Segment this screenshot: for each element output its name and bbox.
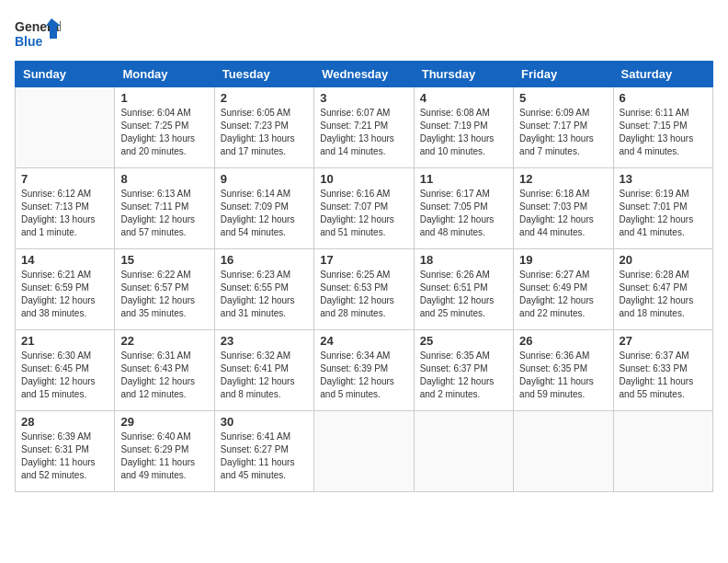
calendar-cell: 16Sunrise: 6:23 AM Sunset: 6:55 PM Dayli… [214,249,313,330]
calendar-cell [613,411,712,492]
calendar-cell: 11Sunrise: 6:17 AM Sunset: 7:05 PM Dayli… [414,168,513,249]
day-info: Sunrise: 6:32 AM Sunset: 6:41 PM Dayligh… [221,350,308,401]
day-info: Sunrise: 6:11 AM Sunset: 7:15 PM Dayligh… [620,107,707,158]
calendar-cell: 15Sunrise: 6:22 AM Sunset: 6:57 PM Dayli… [115,249,214,330]
calendar-cell: 27Sunrise: 6:37 AM Sunset: 6:33 PM Dayli… [613,330,712,411]
calendar-cell: 9Sunrise: 6:14 AM Sunset: 7:09 PM Daylig… [214,168,313,249]
calendar-week-2: 7Sunrise: 6:12 AM Sunset: 7:13 PM Daylig… [16,168,713,249]
day-info: Sunrise: 6:14 AM Sunset: 7:09 PM Dayligh… [221,188,308,239]
day-number: 22 [120,334,208,348]
day-info: Sunrise: 6:25 AM Sunset: 6:53 PM Dayligh… [320,269,407,320]
header-day-tuesday: Tuesday [214,62,313,87]
header-day-saturday: Saturday [613,62,712,87]
day-number: 20 [620,253,707,267]
day-info: Sunrise: 6:13 AM Sunset: 7:11 PM Dayligh… [120,188,208,239]
day-number: 19 [519,253,607,267]
header-day-friday: Friday [514,62,613,87]
day-info: Sunrise: 6:17 AM Sunset: 7:05 PM Dayligh… [420,188,507,239]
day-number: 10 [320,172,407,186]
calendar-cell [314,411,414,492]
day-info: Sunrise: 6:41 AM Sunset: 6:27 PM Dayligh… [221,431,308,482]
calendar-cell: 18Sunrise: 6:26 AM Sunset: 6:51 PM Dayli… [414,249,513,330]
day-number: 12 [519,172,607,186]
calendar-cell: 24Sunrise: 6:34 AM Sunset: 6:39 PM Dayli… [314,330,414,411]
calendar-cell: 29Sunrise: 6:40 AM Sunset: 6:29 PM Dayli… [115,411,214,492]
day-number: 3 [320,91,407,105]
day-number: 13 [620,172,707,186]
calendar-cell: 14Sunrise: 6:21 AM Sunset: 6:59 PM Dayli… [16,249,115,330]
day-info: Sunrise: 6:19 AM Sunset: 7:01 PM Dayligh… [620,188,707,239]
day-number: 2 [221,91,308,105]
calendar-cell: 8Sunrise: 6:13 AM Sunset: 7:11 PM Daylig… [115,168,214,249]
day-number: 16 [221,253,308,267]
day-info: Sunrise: 6:30 AM Sunset: 6:45 PM Dayligh… [21,350,108,401]
day-number: 8 [120,172,208,186]
day-info: Sunrise: 6:07 AM Sunset: 7:21 PM Dayligh… [320,107,407,158]
day-info: Sunrise: 6:31 AM Sunset: 6:43 PM Dayligh… [120,350,208,401]
day-number: 14 [21,253,108,267]
calendar-week-4: 21Sunrise: 6:30 AM Sunset: 6:45 PM Dayli… [16,330,713,411]
calendar-cell: 3Sunrise: 6:07 AM Sunset: 7:21 PM Daylig… [314,87,414,168]
calendar-cell: 12Sunrise: 6:18 AM Sunset: 7:03 PM Dayli… [514,168,613,249]
calendar-week-5: 28Sunrise: 6:39 AM Sunset: 6:31 PM Dayli… [16,411,713,492]
day-info: Sunrise: 6:22 AM Sunset: 6:57 PM Dayligh… [120,269,208,320]
calendar-cell: 20Sunrise: 6:28 AM Sunset: 6:47 PM Dayli… [613,249,712,330]
day-number: 17 [320,253,407,267]
day-info: Sunrise: 6:39 AM Sunset: 6:31 PM Dayligh… [21,431,108,482]
calendar-cell [16,87,115,168]
day-info: Sunrise: 6:18 AM Sunset: 7:03 PM Dayligh… [519,188,607,239]
calendar-cell: 26Sunrise: 6:36 AM Sunset: 6:35 PM Dayli… [514,330,613,411]
day-number: 25 [420,334,507,348]
day-info: Sunrise: 6:21 AM Sunset: 6:59 PM Dayligh… [21,269,108,320]
logo-svg: GeneralBlue [15,15,61,53]
logo: GeneralBlue [15,15,61,53]
calendar-cell: 1Sunrise: 6:04 AM Sunset: 7:25 PM Daylig… [115,87,214,168]
day-info: Sunrise: 6:16 AM Sunset: 7:07 PM Dayligh… [320,188,407,239]
day-info: Sunrise: 6:08 AM Sunset: 7:19 PM Dayligh… [420,107,507,158]
day-number: 28 [21,415,108,429]
day-info: Sunrise: 6:36 AM Sunset: 6:35 PM Dayligh… [519,350,607,401]
calendar-cell: 2Sunrise: 6:05 AM Sunset: 7:23 PM Daylig… [214,87,313,168]
calendar-cell: 22Sunrise: 6:31 AM Sunset: 6:43 PM Dayli… [115,330,214,411]
day-info: Sunrise: 6:28 AM Sunset: 6:47 PM Dayligh… [620,269,707,320]
calendar-cell: 21Sunrise: 6:30 AM Sunset: 6:45 PM Dayli… [16,330,115,411]
day-number: 11 [420,172,507,186]
day-info: Sunrise: 6:09 AM Sunset: 7:17 PM Dayligh… [519,107,607,158]
day-info: Sunrise: 6:37 AM Sunset: 6:33 PM Dayligh… [620,350,707,401]
calendar-cell [514,411,613,492]
day-number: 4 [420,91,507,105]
day-number: 23 [221,334,308,348]
header-day-monday: Monday [115,62,214,87]
calendar-cell: 30Sunrise: 6:41 AM Sunset: 6:27 PM Dayli… [214,411,313,492]
calendar-cell: 28Sunrise: 6:39 AM Sunset: 6:31 PM Dayli… [16,411,115,492]
calendar-cell: 23Sunrise: 6:32 AM Sunset: 6:41 PM Dayli… [214,330,313,411]
day-number: 26 [519,334,607,348]
calendar-cell [414,411,513,492]
day-number: 7 [21,172,108,186]
calendar-cell: 7Sunrise: 6:12 AM Sunset: 7:13 PM Daylig… [16,168,115,249]
day-number: 1 [120,91,208,105]
day-info: Sunrise: 6:04 AM Sunset: 7:25 PM Dayligh… [120,107,208,158]
calendar-week-3: 14Sunrise: 6:21 AM Sunset: 6:59 PM Dayli… [16,249,713,330]
day-info: Sunrise: 6:34 AM Sunset: 6:39 PM Dayligh… [320,350,407,401]
calendar: SundayMondayTuesdayWednesdayThursdayFrid… [15,61,713,492]
calendar-cell: 17Sunrise: 6:25 AM Sunset: 6:53 PM Dayli… [314,249,414,330]
day-info: Sunrise: 6:12 AM Sunset: 7:13 PM Dayligh… [21,188,108,239]
day-number: 24 [320,334,407,348]
calendar-cell: 10Sunrise: 6:16 AM Sunset: 7:07 PM Dayli… [314,168,414,249]
calendar-cell: 13Sunrise: 6:19 AM Sunset: 7:01 PM Dayli… [613,168,712,249]
calendar-cell: 25Sunrise: 6:35 AM Sunset: 6:37 PM Dayli… [414,330,513,411]
day-number: 29 [120,415,208,429]
day-number: 9 [221,172,308,186]
day-number: 6 [620,91,707,105]
day-number: 30 [221,415,308,429]
calendar-cell: 6Sunrise: 6:11 AM Sunset: 7:15 PM Daylig… [613,87,712,168]
header-day-sunday: Sunday [16,62,115,87]
day-number: 18 [420,253,507,267]
day-info: Sunrise: 6:23 AM Sunset: 6:55 PM Dayligh… [221,269,308,320]
header-area: GeneralBlue [15,15,713,53]
calendar-week-1: 1Sunrise: 6:04 AM Sunset: 7:25 PM Daylig… [16,87,713,168]
calendar-cell: 5Sunrise: 6:09 AM Sunset: 7:17 PM Daylig… [514,87,613,168]
day-info: Sunrise: 6:27 AM Sunset: 6:49 PM Dayligh… [519,269,607,320]
header-day-thursday: Thursday [414,62,513,87]
